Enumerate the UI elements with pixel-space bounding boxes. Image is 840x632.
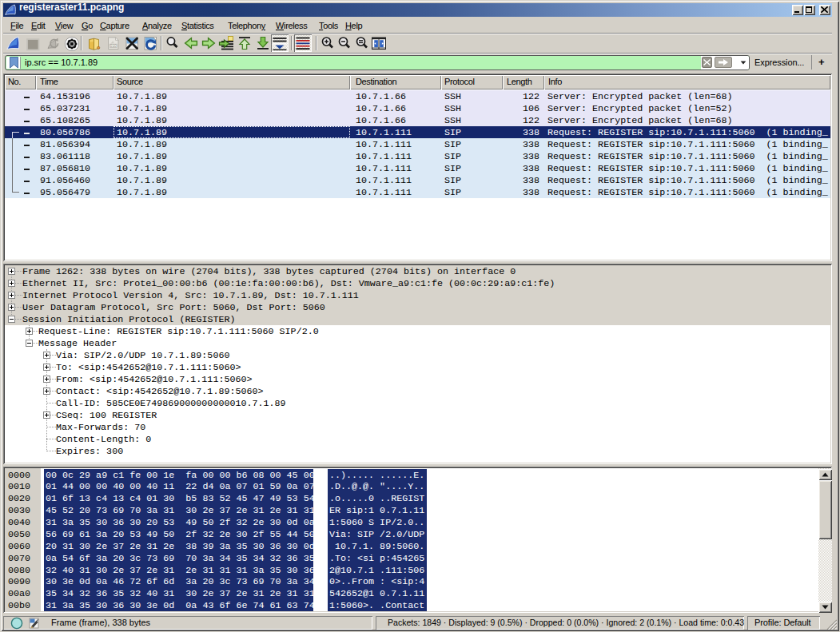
svg-text:010: 010 (110, 44, 117, 48)
